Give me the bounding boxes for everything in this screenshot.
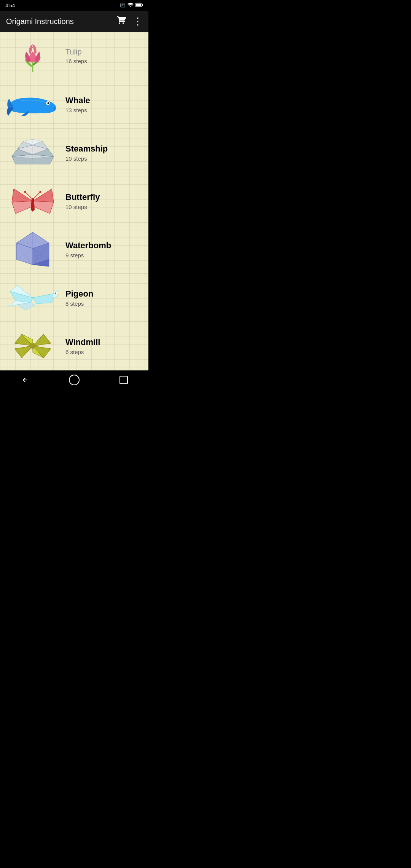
windmill-image — [6, 329, 59, 363]
tulip-text: Tulip 16 steps — [65, 48, 142, 64]
status-bar: 4:54 📳 — [0, 0, 148, 11]
tulip-name: Tulip — [65, 48, 142, 56]
origami-list: Tulip 16 steps — [0, 32, 148, 370]
svg-point-29 — [55, 292, 56, 294]
home-button[interactable] — [67, 372, 82, 388]
pigeon-text: Pigeon 8 steps — [65, 289, 142, 307]
recents-button[interactable] — [116, 372, 131, 388]
butterfly-steps: 10 steps — [65, 204, 142, 210]
list-item[interactable]: Tulip 16 steps — [0, 32, 148, 80]
app-bar: Origami Instructions ⋮ — [0, 11, 148, 32]
pigeon-name: Pigeon — [65, 289, 142, 299]
steamship-steps: 10 steps — [65, 155, 142, 162]
bottom-nav — [0, 370, 148, 389]
list-item[interactable]: Windmill 6 steps — [0, 322, 148, 370]
svg-rect-2 — [142, 4, 143, 6]
home-circle — [69, 375, 80, 385]
list-item[interactable]: Pigeon 8 steps — [0, 274, 148, 322]
battery-icon — [135, 3, 143, 8]
status-icons: 📳 — [120, 3, 143, 8]
cart-button[interactable] — [117, 16, 126, 27]
windmill-name: Windmill — [65, 337, 142, 347]
whale-name: Whale — [65, 96, 142, 105]
tulip-image — [6, 39, 59, 73]
svg-point-13 — [40, 191, 41, 193]
whale-image — [6, 87, 59, 121]
list-item[interactable]: Steamship 10 steps — [0, 129, 148, 177]
tulip-steps: 16 steps — [65, 58, 142, 64]
status-time: 4:54 — [5, 3, 15, 8]
windmill-text: Windmill 6 steps — [65, 337, 142, 355]
svg-rect-3 — [136, 3, 141, 6]
butterfly-name: Butterfly — [65, 192, 142, 202]
recents-square — [119, 376, 128, 384]
pigeon-steps: 8 steps — [65, 300, 142, 307]
butterfly-image — [6, 184, 59, 218]
svg-point-6 — [48, 102, 49, 104]
steamship-name: Steamship — [65, 144, 142, 154]
butterfly-text: Butterfly 10 steps — [65, 192, 142, 210]
app-bar-icons: ⋮ — [117, 16, 142, 27]
windmill-steps: 6 steps — [65, 349, 142, 355]
app-title: Origami Instructions — [6, 17, 112, 26]
list-item[interactable]: Butterfly 10 steps — [0, 177, 148, 225]
list-item[interactable]: Whale 13 steps — [0, 80, 148, 129]
steamship-text: Steamship 10 steps — [65, 144, 142, 162]
steamship-image — [6, 136, 59, 170]
whale-text: Whale 13 steps — [65, 96, 142, 113]
svg-point-12 — [24, 191, 26, 193]
back-button[interactable] — [17, 372, 32, 388]
waterbomb-text: Waterbomb 9 steps — [65, 241, 142, 258]
waterbomb-name: Waterbomb — [65, 241, 142, 251]
wifi-icon — [127, 3, 134, 8]
waterbomb-image — [6, 232, 59, 266]
more-options-button[interactable]: ⋮ — [133, 16, 142, 27]
vibrate-icon: 📳 — [120, 3, 126, 8]
pigeon-image — [6, 281, 59, 315]
waterbomb-steps: 9 steps — [65, 252, 142, 258]
list-item[interactable]: Waterbomb 9 steps — [0, 225, 148, 274]
svg-point-0 — [130, 6, 131, 7]
whale-steps: 13 steps — [65, 107, 142, 113]
